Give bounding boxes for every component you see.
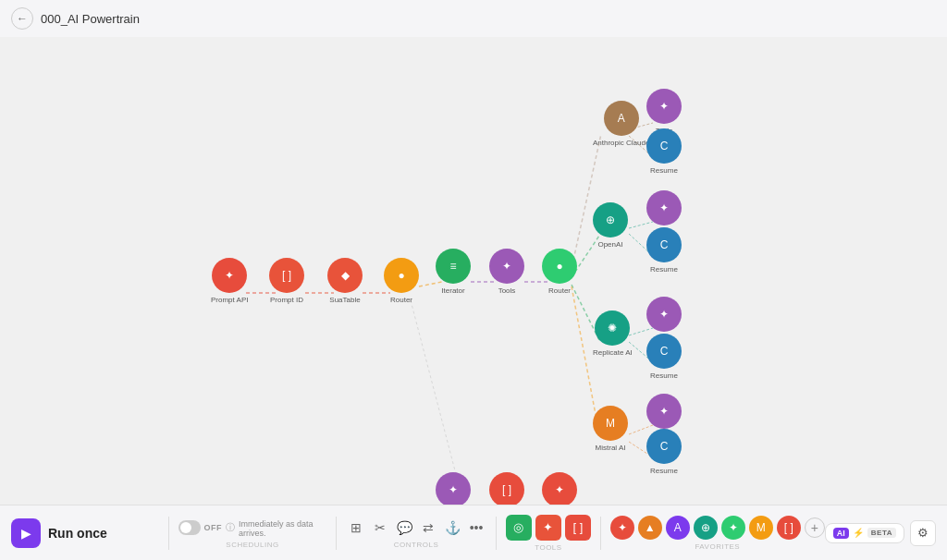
back-icon: ← xyxy=(17,12,28,25)
controls-label: CONTROLS xyxy=(394,541,438,549)
favorites-section: ✦ ▲ A ⊕ ✦ M [ ] + FAVORITES xyxy=(610,516,825,551)
node-circle-tools-rep: ✦ xyxy=(646,297,682,332)
page-title: 000_AI Powertrain xyxy=(41,12,140,26)
fav-icon-2[interactable]: ▲ xyxy=(638,516,662,540)
node-circle-openai: ⊕ xyxy=(593,202,628,237)
node-label-iterator: Iterator xyxy=(441,286,464,296)
node-icon-router1: ● xyxy=(398,269,404,282)
node-label-resume-oai: Resume xyxy=(650,265,678,274)
controls-icons-row: ⊞ ✂ 💬 ⇄ ⚓ ••• xyxy=(346,517,486,538)
node-circle-replicate: ✺ xyxy=(595,310,630,346)
grid-icon[interactable]: ⊞ xyxy=(346,517,366,538)
node-circle-tools-ant: ✦ xyxy=(646,89,682,124)
tool-red-button[interactable]: [ ] xyxy=(565,515,591,541)
node-icon-tools-rep: ✦ xyxy=(659,308,669,321)
more-icon[interactable]: ••• xyxy=(466,517,486,538)
node-icon-tools1: ✦ xyxy=(502,260,511,273)
connection-lines xyxy=(0,37,947,505)
divider-3 xyxy=(496,517,497,550)
node-circle-resume-mis: C xyxy=(646,429,682,464)
node-prompt-api[interactable]: ✦ Prompt API xyxy=(211,258,248,305)
node-icon-resume-mis: C xyxy=(660,440,669,453)
divider-2 xyxy=(336,517,337,550)
settings-icon: ⚙ xyxy=(917,526,929,540)
node-label-prompt-api: Prompt API xyxy=(211,296,248,305)
beta-badge: BETA xyxy=(867,528,896,538)
node-icon-tools-mis: ✦ xyxy=(659,405,669,418)
shuffle-icon[interactable]: ⇄ xyxy=(418,517,438,538)
run-button[interactable]: ▶ xyxy=(11,518,41,548)
node-mistral[interactable]: M Mistral AI xyxy=(593,406,628,453)
add-favorite-button[interactable]: + xyxy=(805,517,825,538)
node-label-mistral: Mistral AI xyxy=(596,444,626,453)
node-openai[interactable]: ⊕ OpenAI xyxy=(593,202,628,250)
node-tools-bot[interactable]: ✦ Tools xyxy=(436,472,471,505)
node-circle-router2: ● xyxy=(542,249,577,284)
node-label-resume-ant: Resume xyxy=(650,166,678,176)
node-icon-prompt-id: [ ] xyxy=(282,269,291,282)
node-webhook[interactable]: ✦ Webhook xyxy=(542,472,577,505)
node-circle-resume-oai: C xyxy=(646,227,682,262)
node-circle-tools-bot: ✦ xyxy=(436,472,471,505)
node-label-tools1: Tools xyxy=(498,286,516,296)
node-icon-iterator: ≡ xyxy=(449,260,456,273)
node-icon-prompt-api: ✦ xyxy=(225,269,234,282)
canvas-area[interactable]: ✦ Prompt API [ ] Prompt ID ◆ SuaTable ● … xyxy=(0,37,947,505)
node-circle-iterator: ≡ xyxy=(436,249,471,284)
schedule-toggle[interactable] xyxy=(178,520,201,535)
node-label-resume-rep: Resume xyxy=(650,371,678,381)
fav-icon-1[interactable]: ✦ xyxy=(610,516,634,540)
toggle-off-label: OFF xyxy=(204,523,223,532)
node-icon-tools-bot: ✦ xyxy=(449,483,458,496)
settings-button[interactable]: ⚙ xyxy=(910,520,936,546)
node-icon-anthropic: A xyxy=(618,112,625,125)
schedule-section: OFF ⓘ Immediately as data arrives. SCHED… xyxy=(178,517,326,549)
ai-beta-button[interactable]: AI ⚡ BETA xyxy=(825,523,904,543)
node-replicate[interactable]: ✺ Replicate AI xyxy=(593,310,633,358)
node-label-anthropic: Anthropic Claude xyxy=(593,139,649,148)
node-circle-anthropic: A xyxy=(604,101,639,136)
node-prompt-id[interactable]: [ ] Prompt ID xyxy=(269,258,304,305)
node-circle-prompt-api: ✦ xyxy=(212,258,247,293)
node-circle-tools1: ✦ xyxy=(489,249,524,284)
schedule-label: SCHEDULING xyxy=(226,541,278,549)
fav-icon-7[interactable]: [ ] xyxy=(777,516,801,540)
node-adn[interactable]: [ ] ADN xyxy=(489,472,524,505)
node-anthropic[interactable]: A Anthropic Claude xyxy=(593,101,649,148)
tools-icons-row: ◎ ✦ [ ] xyxy=(506,515,591,541)
node-label-router1: Router xyxy=(390,296,412,305)
node-label-resume-mis: Resume xyxy=(650,467,678,476)
scissors-icon[interactable]: ✂ xyxy=(370,517,390,538)
node-resume-rep[interactable]: C Resume xyxy=(646,334,682,381)
node-circle-webhook: ✦ xyxy=(542,472,577,505)
fav-icon-6[interactable]: M xyxy=(749,516,773,540)
node-label-suatable: SuaTable xyxy=(329,296,360,305)
fav-icon-4[interactable]: ⊕ xyxy=(694,516,718,540)
back-button[interactable]: ← xyxy=(11,7,33,30)
tools-section: ◎ ✦ [ ] TOOLS xyxy=(506,515,591,552)
tool-orange-button[interactable]: ✦ xyxy=(535,515,561,541)
node-tools1[interactable]: ✦ Tools xyxy=(489,249,524,296)
fav-icon-3[interactable]: A xyxy=(666,516,690,540)
node-router1[interactable]: ● Router xyxy=(384,258,419,305)
comment-icon[interactable]: 💬 xyxy=(394,517,414,538)
node-resume-ant[interactable]: C Resume xyxy=(646,128,682,176)
anchor-icon[interactable]: ⚓ xyxy=(442,517,462,538)
node-icon-openai: ⊕ xyxy=(606,213,615,226)
node-circle-prompt-id: [ ] xyxy=(269,258,304,293)
header: ← 000_AI Powertrain xyxy=(0,0,947,37)
node-icon-resume-ant: C xyxy=(660,140,669,152)
node-resume-mis[interactable]: C Resume xyxy=(646,429,682,476)
node-suatable[interactable]: ◆ SuaTable xyxy=(327,258,363,305)
bottom-toolbar: ▶ Run once OFF ⓘ Immediately as data arr… xyxy=(0,505,947,560)
fav-icon-5[interactable]: ✦ xyxy=(721,516,745,540)
run-section: ▶ Run once xyxy=(11,518,159,548)
schedule-desc: Immediately as data arrives. xyxy=(239,519,326,538)
tool-green-button[interactable]: ◎ xyxy=(506,515,532,541)
node-iterator[interactable]: ≡ Iterator xyxy=(436,249,471,296)
node-circle-resume-rep: C xyxy=(646,334,682,369)
node-label-openai: OpenAI xyxy=(597,240,622,250)
node-router2[interactable]: ● Router xyxy=(542,249,577,296)
node-resume-oai[interactable]: C Resume xyxy=(646,227,682,274)
node-label-replicate: Replicate AI xyxy=(593,348,633,358)
